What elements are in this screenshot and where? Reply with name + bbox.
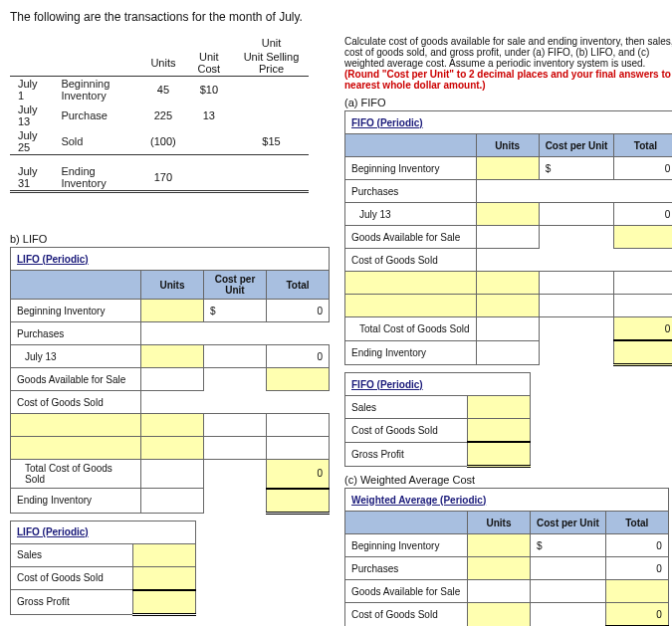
wavg-purch-units[interactable] <box>468 557 531 580</box>
fifo-gafs-units[interactable] <box>476 226 539 249</box>
lifo-jul13-units[interactable] <box>141 345 204 368</box>
wavg-cogs-cpu[interactable] <box>531 603 606 627</box>
lifo-totcogs: Total Cost of Goods Sold <box>11 460 141 489</box>
lifo-hdr-cpu: Cost per Unit <box>204 271 267 300</box>
fifo-totcogs: Total Cost of Goods Sold <box>345 317 477 341</box>
fifo-cogs-row2-cpu[interactable] <box>539 295 614 317</box>
wavg-hdr-total: Total <box>605 512 668 534</box>
lifo-totcogs-units[interactable] <box>141 460 204 489</box>
wavg-gafs-total[interactable] <box>605 580 668 603</box>
fifo-gp-cogs: Cost of Goods Sold <box>345 419 468 443</box>
fifo-endinv-total[interactable] <box>614 340 672 365</box>
r2-date: July 13 <box>10 103 53 128</box>
lifo-cogslbl: Cost of Goods Sold <box>11 391 141 414</box>
lifo-title: LIFO (Periodic) <box>11 248 330 271</box>
r2-cost: 13 <box>184 103 234 128</box>
r1-date: July 1 <box>10 77 53 104</box>
lifo-beginv-total: 0 <box>267 300 330 322</box>
wavg-cogs: Cost of Goods Sold <box>345 603 468 627</box>
r3-units: (100) <box>142 128 184 155</box>
lifo-purch: Purchases <box>11 322 141 345</box>
fifo-endinv-units[interactable] <box>476 340 539 365</box>
lifo-gp-cogs-val[interactable] <box>133 566 196 590</box>
fifo-hdr-units: Units <box>476 134 539 157</box>
wavg-cogs-units[interactable] <box>468 603 531 627</box>
fifo-endinv: Ending Inventory <box>345 340 477 365</box>
lifo-sales-val[interactable] <box>133 543 196 566</box>
wavg-inventory-table: Weighted Average (Periodic) Units Cost p… <box>344 488 669 626</box>
fifo-gp-table: FIFO (Periodic) Sales Cost of Goods Sold… <box>344 372 531 468</box>
r2-label: Purchase <box>53 103 142 128</box>
lifo-cogs-row1-label[interactable] <box>11 414 141 437</box>
fifo-cogs-row1-total[interactable] <box>614 272 672 295</box>
hdr-unit: Unit <box>234 36 309 50</box>
r4-label: Ending Inventory <box>53 155 142 192</box>
lifo-cogs-row1-total[interactable] <box>267 414 330 437</box>
fifo-cogs-row1-units[interactable] <box>476 272 539 295</box>
lifo-beginv-cpu[interactable]: $ <box>204 300 267 322</box>
wavg-hdr-units: Units <box>468 512 531 534</box>
lifo-beginv: Beginning Inventory <box>11 300 141 322</box>
wavg-title: Weighted Average (Periodic) <box>345 489 669 512</box>
lifo-endinv-units[interactable] <box>141 489 204 514</box>
fifo-purch: Purchases <box>345 180 477 203</box>
fifo-cogs-row2-label[interactable] <box>345 295 477 317</box>
lifo-gafs-total[interactable] <box>267 368 330 391</box>
wavg-hdr-cpu: Cost per Unit <box>531 512 606 534</box>
fifo-jul13-cpu[interactable] <box>539 203 614 226</box>
fifo-title: FIFO (Periodic) <box>345 111 673 134</box>
fifo-gp-cogs-val[interactable] <box>468 419 531 443</box>
fifo-cogs-row2-units[interactable] <box>476 295 539 317</box>
lifo-gp-title: LIFO (Periodic) <box>11 521 196 543</box>
hdr-unitcost: Unit Cost <box>184 50 234 77</box>
fifo-sales: Sales <box>345 396 468 419</box>
part-a-label: (a) FIFO <box>344 97 672 108</box>
wavg-gafs: Goods Available for Sale <box>345 580 468 603</box>
part-b-label: b) LIFO <box>10 233 329 245</box>
r2-units: 225 <box>142 103 184 128</box>
r1-units: 45 <box>142 77 184 104</box>
r1-label: Beginning Inventory <box>53 77 142 104</box>
lifo-cogs-row2-total[interactable] <box>267 437 330 460</box>
lifo-jul13-cpu[interactable] <box>204 345 267 368</box>
lifo-endinv-total[interactable] <box>267 489 330 514</box>
r4-date: July 31 <box>10 155 53 192</box>
fifo-gp-val[interactable] <box>468 442 531 467</box>
lifo-cogs-row1-units[interactable] <box>141 414 204 437</box>
fifo-totcogs-units[interactable] <box>476 317 539 341</box>
wavg-beginv-cpu[interactable]: $ <box>531 534 606 557</box>
transactions-table: Unit Units Unit Cost Unit Selling Price … <box>10 36 309 193</box>
fifo-jul13: July 13 <box>345 203 477 226</box>
fifo-gp: Gross Profit <box>345 442 468 467</box>
fifo-sales-val[interactable] <box>468 396 531 419</box>
lifo-hdr-total: Total <box>267 271 330 300</box>
fifo-cogs-row1-cpu[interactable] <box>539 272 614 295</box>
fifo-jul13-units[interactable] <box>476 203 539 226</box>
wavg-purch-total: 0 <box>605 557 668 580</box>
fifo-inventory-table: FIFO (Periodic) Units Cost per Unit Tota… <box>344 110 672 366</box>
lifo-cogs-row2-cpu[interactable] <box>204 437 267 460</box>
fifo-cogslbl: Cost of Goods Sold <box>345 249 477 272</box>
wavg-gafs-cpu[interactable] <box>531 580 606 603</box>
fifo-jul13-total: 0 <box>614 203 672 226</box>
wavg-gafs-units[interactable] <box>468 580 531 603</box>
lifo-cogs-row1-cpu[interactable] <box>204 414 267 437</box>
lifo-gp-cogs: Cost of Goods Sold <box>11 566 133 590</box>
fifo-beginv-units[interactable] <box>476 157 539 180</box>
lifo-gp-val[interactable] <box>133 590 196 615</box>
fifo-gafs-total[interactable] <box>614 226 672 249</box>
fifo-totcogs-total: 0 <box>614 317 672 341</box>
fifo-cogs-row2-total[interactable] <box>614 295 672 317</box>
fifo-gafs: Goods Available for Sale <box>345 226 477 249</box>
wavg-purch: Purchases <box>345 557 468 580</box>
lifo-inventory-table: LIFO (Periodic) Units Cost per Unit Tota… <box>10 247 330 515</box>
lifo-gafs-units[interactable] <box>141 368 204 391</box>
lifo-cogs-row2-units[interactable] <box>141 437 204 460</box>
fifo-beginv-cpu[interactable]: $ <box>539 157 614 180</box>
fifo-hdr-cpu: Cost per Unit <box>539 134 614 157</box>
lifo-beginv-units[interactable] <box>141 300 204 322</box>
wavg-beginv-units[interactable] <box>468 534 531 557</box>
fifo-cogs-row1-label[interactable] <box>345 272 477 295</box>
lifo-cogs-row2-label[interactable] <box>11 437 141 460</box>
wavg-purch-cpu[interactable] <box>531 557 606 580</box>
